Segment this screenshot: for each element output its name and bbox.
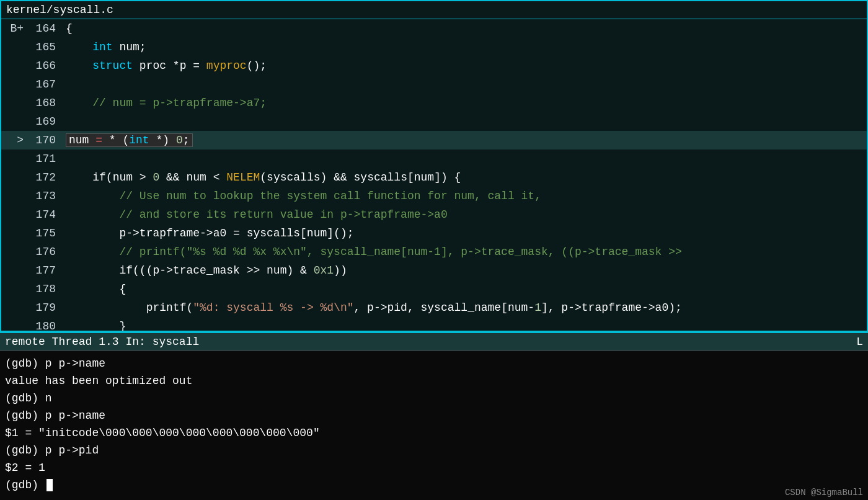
status-left: remote Thread 1.3 In: syscall <box>5 336 199 348</box>
watermark: CSDN @SigmaBull <box>785 488 863 498</box>
table-row: 165 int num; <box>1 38 867 56</box>
terminal-section[interactable]: (gdb) p p->namevalue has been optimized … <box>0 351 868 500</box>
line-number: 172 <box>29 168 66 187</box>
list-item: (gdb) p p->name <box>5 407 863 424</box>
line-content: // Use num to lookup the system call fun… <box>66 187 864 205</box>
list-item: (gdb) p p->name <box>5 355 863 372</box>
line-number: 177 <box>29 261 66 280</box>
table-row: 171 <box>1 150 867 168</box>
table-row: >170num = * (int *) 0; <box>1 131 867 150</box>
line-number: 164 <box>29 19 66 38</box>
table-row: 173 // Use num to lookup the system call… <box>1 187 867 205</box>
line-number: 168 <box>29 94 66 112</box>
line-number: 179 <box>29 298 66 317</box>
line-number: 175 <box>29 224 66 243</box>
line-number: 178 <box>29 280 66 298</box>
title-bar: kernel/syscall.c <box>1 1 867 19</box>
line-content: int num; <box>66 38 864 56</box>
line-content: { <box>66 19 864 38</box>
status-right: L <box>856 336 863 348</box>
terminal-cursor <box>46 479 53 491</box>
table-row: 178 { <box>1 280 867 298</box>
highlighted-statement: num = * (int *) 0; <box>66 133 193 147</box>
file-title: kernel/syscall.c <box>6 4 113 16</box>
line-indicator: > <box>4 131 29 150</box>
line-number: 174 <box>29 205 66 224</box>
table-row: 168 // num = p->trapframe->a7; <box>1 94 867 112</box>
line-number: 165 <box>29 38 66 56</box>
table-row: 167 <box>1 75 867 94</box>
line-number: 167 <box>29 75 66 94</box>
line-number: 176 <box>29 243 66 261</box>
list-item: $2 = 1 <box>5 459 863 476</box>
line-content: printf("%d: syscall %s -> %d\n", p->pid,… <box>66 298 864 317</box>
line-content: // printf("%s %d %d %x %x\n", syscall_na… <box>66 243 864 261</box>
line-content: // and store its return value in p->trap… <box>66 205 864 224</box>
line-content: if(((p->trace_mask >> num) & 0x1)) <box>66 261 864 280</box>
line-content: struct proc *p = myproc(); <box>66 56 864 75</box>
line-content: } <box>66 317 864 332</box>
table-row: 169 <box>1 112 867 131</box>
line-number: 173 <box>29 187 66 205</box>
line-number: 170 <box>29 131 66 150</box>
list-item: (gdb) n <box>5 390 863 407</box>
table-row: 177 if(((p->trace_mask >> num) & 0x1)) <box>1 261 867 280</box>
table-row: 180 } <box>1 317 867 332</box>
code-area: B+164{165 int num;166 struct proc *p = m… <box>1 19 867 332</box>
line-number: 180 <box>29 317 66 332</box>
table-row: 166 struct proc *p = myproc(); <box>1 56 867 75</box>
table-row: 176 // printf("%s %d %d %x %x\n", syscal… <box>1 243 867 261</box>
list-item: $1 = "initcode\000\000\000\000\000\000\0… <box>5 424 863 442</box>
line-content: if(num > 0 && num < NELEM(syscalls) && s… <box>66 168 864 187</box>
line-content: // num = p->trapframe->a7; <box>66 94 864 112</box>
table-row: 174 // and store its return value in p->… <box>1 205 867 224</box>
table-row: 175 p->trapframe->a0 = syscalls[num](); <box>1 224 867 243</box>
editor-section: kernel/syscall.c B+164{165 int num;166 s… <box>0 0 868 332</box>
list-item: (gdb) p p->pid <box>5 442 863 459</box>
line-content: num = * (int *) 0; <box>66 131 864 150</box>
table-row: 172 if(num > 0 && num < NELEM(syscalls) … <box>1 168 867 187</box>
status-bar: remote Thread 1.3 In: syscall L <box>0 332 868 351</box>
line-indicator: B+ <box>4 19 29 38</box>
table-row: 179 printf("%d: syscall %s -> %d\n", p->… <box>1 298 867 317</box>
list-item: (gdb) <box>5 476 863 494</box>
line-number: 166 <box>29 56 66 75</box>
line-content: { <box>66 280 864 298</box>
line-number: 169 <box>29 112 66 131</box>
table-row: B+164{ <box>1 19 867 38</box>
list-item: value has been optimized out <box>5 372 863 390</box>
line-number: 171 <box>29 150 66 168</box>
line-content: p->trapframe->a0 = syscalls[num](); <box>66 224 864 243</box>
